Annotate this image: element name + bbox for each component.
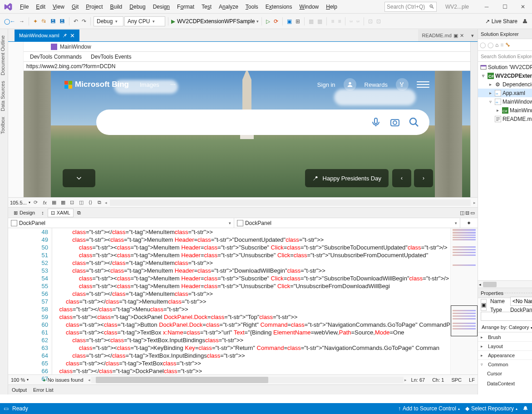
maximize-button[interactable]: ☐ (496, 0, 514, 14)
layout-icon[interactable]: ⊞ (294, 16, 301, 26)
tab-error-list[interactable]: Error List (33, 387, 54, 393)
xaml-tab[interactable]: ⊡XAML (48, 209, 74, 217)
snap2-icon[interactable]: ◫ (78, 199, 85, 206)
tab-overflow-icon[interactable]: ▾ (468, 30, 478, 41)
menu-tools[interactable]: Tools (242, 0, 262, 14)
prop-cursor[interactable]: Cursor ▾ ◫ (478, 369, 532, 379)
designer-hscroll[interactable] (110, 200, 471, 206)
menu-help[interactable]: Help (322, 0, 341, 14)
tab-data-sources[interactable]: Data Sources (0, 78, 8, 114)
element-combo-left[interactable]: DockPanel▾ (8, 218, 234, 228)
menu-build[interactable]: Build (107, 0, 126, 14)
menu-window[interactable]: Window (296, 0, 323, 14)
popout-icon[interactable]: ⧉ (96, 199, 103, 206)
minimap[interactable] (450, 228, 478, 374)
snap-icon[interactable]: ⊡ (69, 199, 76, 206)
menu-view[interactable]: View (49, 0, 68, 14)
se-fwd-icon[interactable]: ◯ (488, 42, 493, 48)
code-icon[interactable]: ⟨⟩ (87, 199, 94, 206)
open-file-icon[interactable]: 📂︎ (40, 16, 48, 26)
se-back-icon[interactable]: ◯ (480, 42, 486, 48)
camera-icon[interactable] (389, 117, 400, 128)
collapse-icon[interactable]: ▭ (470, 210, 475, 216)
tab-document-outline[interactable]: Document Outline (0, 33, 8, 78)
split-toggle-icon[interactable]: ✦ (467, 220, 471, 226)
bing-next[interactable]: › (414, 169, 433, 187)
se-filter-icon[interactable]: 🔧︎ (505, 42, 511, 48)
code-editor[interactable]: 4849505152535455565758596061626364656667… (8, 228, 478, 374)
menu-edit[interactable]: Edit (32, 0, 49, 14)
solution-search[interactable]: Search Solution Explorer (Ctrl+;) 🔍︎ ▾ (478, 51, 532, 62)
popout2-icon[interactable]: ⧉ (77, 210, 81, 216)
menu-analyze[interactable]: Analyze (215, 0, 242, 14)
menu-debug[interactable]: Debug (126, 0, 149, 14)
tab-toolbox[interactable]: Toolbox (0, 114, 8, 137)
tree-readme[interactable]: README.md (478, 115, 532, 123)
issues-indicator[interactable]: ●No issues found (43, 377, 84, 383)
split-horiz-icon[interactable]: ⊟ (465, 210, 469, 216)
live-share-button[interactable]: ↗ Live Share (483, 18, 520, 25)
bing-images-link[interactable]: Images (140, 81, 159, 88)
tab-readme-preview[interactable]: README.md ▣ ✕ (418, 30, 467, 41)
redo-icon[interactable]: ↷ (80, 16, 88, 26)
grid2-icon[interactable]: ▩ (59, 199, 67, 206)
bing-signin[interactable]: Sign in (317, 81, 335, 88)
promote-icon[interactable]: ▣ (453, 33, 458, 39)
bell-icon[interactable]: 🔔︎ (523, 405, 528, 412)
tab-mainwindow-xaml[interactable]: MainWindow.xaml 📌︎ ✕ (15, 30, 79, 41)
editor-hscroll[interactable] (91, 377, 404, 383)
save-all-icon[interactable]: 💾︎ (58, 16, 66, 26)
close-preview-icon[interactable]: ✕ (460, 33, 464, 39)
refresh-icon[interactable]: ⟳ (32, 199, 39, 206)
menu-design[interactable]: Design (149, 0, 173, 14)
menu-extensions[interactable]: Extensions (262, 0, 296, 14)
solution-tree[interactable]: Solution 'WV2CDPExtensionWPFSample' ▿C#W… (478, 62, 532, 280)
mic-icon[interactable] (370, 117, 381, 128)
hot-reload-icon[interactable]: ⟳ (272, 16, 280, 26)
avatar-icon[interactable] (344, 78, 356, 91)
menu-project[interactable]: Project (82, 0, 106, 14)
menu-format[interactable]: Format (173, 0, 198, 14)
bing-more-icon[interactable]: ⋯ (170, 81, 176, 88)
config-dropdown[interactable]: Debug▾ (94, 16, 123, 26)
design-tab[interactable]: ⊞Design (11, 209, 38, 217)
new-item-icon[interactable]: ✦ (32, 16, 39, 26)
name-input[interactable] (510, 297, 532, 306)
bing-scroll-down[interactable] (63, 169, 95, 187)
cat-layout[interactable]: ▸Layout (478, 341, 532, 350)
undo-icon[interactable]: ↶ (72, 16, 79, 26)
bing-prev[interactable]: ‹ (392, 169, 411, 187)
close-tab-icon[interactable]: ✕ (70, 32, 75, 39)
bing-search-box[interactable] (96, 110, 429, 135)
nav-fwd-icon[interactable]: → (18, 16, 26, 26)
search-box[interactable]: Search (Ctrl+Q) 🔍︎ (384, 2, 437, 12)
menu-file[interactable]: File (16, 0, 32, 14)
cat-appearance[interactable]: ▸Appearance (478, 350, 532, 359)
start-debug-button[interactable]: ▶ WV2CDPExtensionWPFSample ▾ (171, 18, 259, 25)
split-vert-icon[interactable]: ◫ (460, 210, 464, 216)
hamburger-icon[interactable] (417, 78, 429, 91)
nav-back-icon[interactable]: ◯← (3, 16, 17, 26)
status-window-icon[interactable]: ▭ (4, 405, 9, 412)
grid-icon[interactable]: ▦ (50, 199, 58, 206)
select-repository[interactable]: ◆ Select Repository ▴ (465, 405, 517, 412)
tree-mainwindow-cs[interactable]: ▸C#MainWindow.xaml.cs (478, 106, 532, 115)
menu-git[interactable]: Git (68, 0, 82, 14)
fx-icon[interactable]: fx (41, 199, 49, 206)
swap-icon[interactable]: ↕ (41, 210, 44, 215)
tree-app-xaml[interactable]: ▸‹›App.xaml (478, 89, 532, 97)
designer-vscroll[interactable] (470, 42, 478, 197)
search-icon[interactable] (409, 117, 419, 128)
menu-test[interactable]: Test (198, 0, 215, 14)
se-home-icon[interactable]: ⌂ (495, 42, 498, 48)
minimize-button[interactable]: ─ (478, 0, 496, 14)
add-source-control[interactable]: ↑ Add to Source Control ▴ (398, 405, 460, 412)
rewards-icon[interactable]: 🏅︎ (396, 78, 409, 91)
zoom-value[interactable]: 105.5... (10, 200, 27, 205)
se-sync-icon[interactable]: ≡ (500, 42, 503, 48)
element-combo-right[interactable]: DockPanel▾ (234, 218, 460, 228)
browse-icon[interactable]: ▣ (286, 16, 293, 26)
pin-icon[interactable]: 📌︎ (62, 33, 67, 38)
save-icon[interactable]: 💾︎ (49, 16, 57, 26)
tab-output[interactable]: Output (12, 387, 27, 393)
